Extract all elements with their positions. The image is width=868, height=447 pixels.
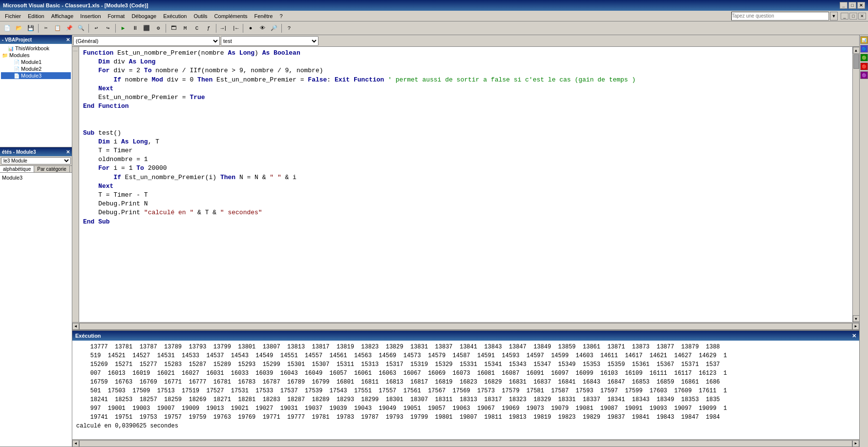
- title-bar-buttons: _ □ ✕: [840, 2, 865, 9]
- menu-debogage[interactable]: Débogage: [128, 12, 159, 20]
- general-select[interactable]: (Général): [73, 36, 220, 46]
- exec-line-10: calculé en 0,0390625 secondes: [76, 423, 178, 429]
- module-button[interactable]: M: [180, 23, 191, 34]
- break-button[interactable]: ⏸: [129, 23, 140, 34]
- exec-line-7: 18241 18253 18257 18259 18269 18271 1828…: [76, 396, 720, 403]
- exec-line-1: 13777 13781 13787 13789 13793 13799 1380…: [76, 344, 720, 350]
- tree-label: ThisWorkbook: [15, 45, 49, 51]
- right-scrollbar[interactable]: ▲ ▼: [852, 47, 859, 322]
- exec-scroll-left[interactable]: ◄: [72, 440, 79, 447]
- scroll-track[interactable]: [853, 54, 860, 315]
- copy-button[interactable]: 📋: [52, 23, 63, 34]
- redo-button[interactable]: ↪: [103, 23, 113, 34]
- menu-fenetre[interactable]: Fenêtre: [251, 12, 275, 20]
- cut-button[interactable]: ✂: [41, 23, 51, 34]
- question-search[interactable]: [731, 12, 829, 20]
- exec-scroll-right[interactable]: ►: [852, 440, 859, 447]
- tab-alphabetique[interactable]: alphabétique: [0, 166, 34, 172]
- vbe-minimize[interactable]: _: [841, 13, 848, 20]
- project-title: - VBAProject: [2, 37, 32, 42]
- outdent-button[interactable]: |←: [230, 23, 241, 34]
- menu-outils[interactable]: Outils: [191, 12, 210, 20]
- vbe-close[interactable]: ✕: [858, 13, 866, 20]
- stop-button[interactable]: ⬛: [141, 23, 152, 34]
- scroll-thumb[interactable]: [853, 54, 859, 69]
- project-close-icon[interactable]: ✕: [66, 37, 70, 42]
- menu-fichier[interactable]: Fichier: [2, 12, 24, 20]
- menu-help[interactable]: ?: [276, 12, 285, 20]
- vbe-restore[interactable]: □: [849, 13, 857, 20]
- tree-item-module2[interactable]: 📄 Module2: [1, 65, 71, 72]
- exec-close-icon[interactable]: ✕: [852, 333, 856, 339]
- restore-button[interactable]: □: [848, 2, 856, 9]
- menu-insertion[interactable]: Insertion: [77, 12, 104, 20]
- execution-panel: Exécution ✕ 13777 13781 13787 13789 1379…: [72, 330, 859, 447]
- exec-title: Exécution: [75, 333, 101, 339]
- exec-line-4: 007 16013 16019 16021 16027 16031 16033 …: [76, 370, 727, 377]
- run-button[interactable]: ▶: [118, 23, 128, 34]
- code-bottom-scrollbar[interactable]: ◄ ►: [72, 322, 859, 330]
- line-num-indicator: │: [73, 50, 78, 52]
- sidebar-icon-2[interactable]: 🔵: [860, 45, 868, 53]
- tree-item-module3[interactable]: 📄 Module3: [1, 72, 71, 79]
- help-button[interactable]: ?: [284, 23, 295, 34]
- watchexpr-button[interactable]: 👁: [257, 23, 268, 34]
- scroll-up-arrow[interactable]: ▲: [853, 47, 860, 54]
- separator-7: [281, 24, 282, 33]
- menu-complements[interactable]: Compléments: [212, 12, 251, 20]
- tree-label: Module3: [21, 73, 42, 79]
- h-scroll-track[interactable]: [79, 323, 852, 330]
- classmodule-button[interactable]: C: [191, 23, 202, 34]
- procedure-button[interactable]: ƒ: [203, 23, 214, 34]
- quickwatch-button[interactable]: 🔎: [269, 23, 279, 34]
- sidebar-icon-5[interactable]: 🟣: [860, 71, 868, 79]
- menu-edition[interactable]: Edition: [25, 12, 47, 20]
- userform-button[interactable]: 🗔: [168, 23, 179, 34]
- proc-select[interactable]: test: [221, 36, 318, 46]
- scroll-down-arrow[interactable]: ▼: [853, 315, 860, 322]
- line-numbers: │: [72, 47, 79, 322]
- separator-6: [243, 24, 243, 33]
- close-button[interactable]: ✕: [857, 2, 865, 9]
- tab-parcategorie[interactable]: Par catégorie: [34, 166, 69, 172]
- indent-button[interactable]: →|: [218, 23, 229, 34]
- sidebar-icon-4[interactable]: 🔴: [860, 62, 868, 70]
- search-dropdown[interactable]: ▼: [830, 12, 838, 20]
- tree-label: Module2: [21, 66, 42, 72]
- scroll-left-arrow[interactable]: ◄: [72, 323, 79, 330]
- title-text: Microsoft Visual Basic - Classeur1.xls -…: [3, 2, 148, 8]
- sidebar-icon-1[interactable]: 📊: [860, 36, 868, 44]
- props-close-icon[interactable]: ✕: [66, 149, 70, 155]
- props-panel: étés - Module3 ✕ le3 Module alphabétique…: [0, 147, 72, 447]
- exec-line-3: 15269 15271 15277 15283 15287 15289 1529…: [76, 361, 720, 368]
- props-object-select[interactable]: le3 Module: [1, 157, 71, 164]
- save-button[interactable]: 💾: [25, 23, 36, 34]
- new-button[interactable]: 📄: [2, 23, 13, 34]
- exec-h-track[interactable]: [79, 440, 852, 447]
- props-controls: le3 Module: [0, 156, 72, 166]
- excel-icon: 📊: [8, 46, 14, 51]
- tree-label: Modules: [9, 52, 30, 58]
- module-icon: 📄: [14, 66, 20, 72]
- menu-format[interactable]: Format: [105, 12, 128, 20]
- find-button[interactable]: 🔍: [76, 23, 86, 34]
- tree-item-modules[interactable]: 📁 Modules: [1, 52, 71, 59]
- exec-content[interactable]: 13777 13781 13787 13789 13793 13799 1380…: [72, 341, 859, 439]
- undo-button[interactable]: ↩: [91, 23, 102, 34]
- open-button[interactable]: 📂: [14, 23, 24, 34]
- exec-scrollbar[interactable]: ◄ ►: [72, 439, 859, 447]
- tree-item-thisworkbook[interactable]: 📊 ThisWorkbook: [1, 45, 71, 52]
- props-title: étés - Module3: [2, 149, 36, 155]
- scroll-right-arrow[interactable]: ►: [852, 323, 859, 330]
- exec-line-6: 501 17503 17509 17513 17519 17527 17531 …: [76, 387, 727, 394]
- code-editor[interactable]: Function Est_un_nombre_Premier(nombre As…: [79, 47, 852, 322]
- breakpoint-button[interactable]: ●: [245, 23, 256, 34]
- exec-line-2: 519 14521 14527 14531 14533 14537 14543 …: [76, 352, 727, 359]
- menu-execution[interactable]: Exécution: [160, 12, 190, 20]
- tree-item-module1[interactable]: 📄 Module1: [1, 59, 71, 65]
- design-button[interactable]: ⚙: [153, 23, 164, 34]
- menu-affichage[interactable]: Affichage: [48, 12, 77, 20]
- minimize-button[interactable]: _: [840, 2, 847, 9]
- paste-button[interactable]: 📌: [64, 23, 75, 34]
- sidebar-icon-3[interactable]: 🟢: [860, 54, 868, 61]
